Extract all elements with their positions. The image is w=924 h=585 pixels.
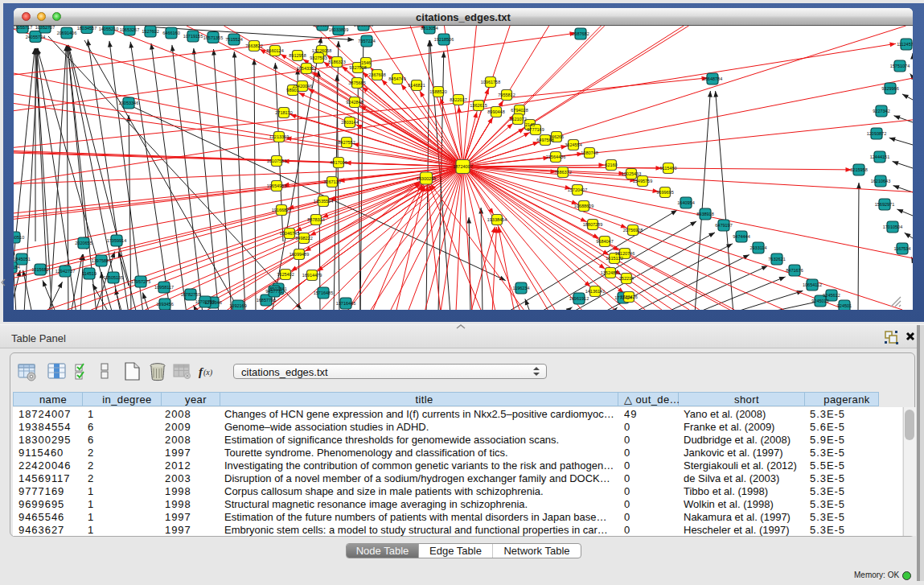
svg-text:1092169: 1092169	[229, 303, 246, 308]
svg-text:924501: 924501	[837, 303, 852, 308]
svg-text:6466160: 6466160	[162, 31, 179, 35]
svg-text:10961758: 10961758	[481, 80, 500, 84]
svg-text:17010504: 17010504	[883, 225, 902, 229]
svg-text:8813054: 8813054	[421, 26, 437, 31]
svg-text:98901: 98901	[286, 88, 298, 93]
svg-text:10654112: 10654112	[803, 282, 822, 287]
svg-text:24055724: 24055724	[26, 35, 45, 39]
svg-text:7515524: 7515524	[225, 37, 242, 42]
svg-text:19338454: 19338454	[487, 217, 507, 222]
svg-text:16571355: 16571355	[203, 35, 223, 40]
svg-text:3875685: 3875685	[348, 80, 365, 85]
svg-text:12444151: 12444151	[870, 154, 889, 159]
svg-text:9474444: 9474444	[733, 234, 749, 239]
svg-text:9327508: 9327508	[349, 65, 366, 70]
svg-text:3267130: 3267130	[323, 179, 340, 184]
svg-text:13975887: 13975887	[92, 258, 111, 263]
svg-text:1093456: 1093456	[156, 302, 173, 307]
svg-text:3215958: 3215958	[850, 167, 867, 172]
svg-text:10688609: 10688609	[574, 204, 593, 208]
svg-text:9329966: 9329966	[881, 86, 898, 91]
svg-text:19218506: 19218506	[434, 37, 454, 42]
svg-text:18300295: 18300295	[417, 176, 436, 181]
svg-text:252214: 252214	[619, 276, 634, 281]
svg-text:10025433: 10025433	[622, 171, 641, 176]
svg-text:16914479: 16914479	[302, 273, 322, 278]
svg-text:1845051: 1845051	[14, 257, 31, 262]
svg-text:23055717: 23055717	[14, 26, 32, 30]
svg-text:2718170: 2718170	[275, 110, 292, 115]
svg-text:11124571: 11124571	[897, 42, 913, 47]
svg-text:15720407: 15720407	[568, 187, 587, 192]
svg-text:1362615: 1362615	[470, 103, 487, 108]
svg-text:18724007: 18724007	[453, 164, 472, 169]
svg-text:9327503: 9327503	[310, 56, 326, 60]
svg-text:1640954: 1640954	[677, 200, 694, 205]
svg-text:16857795: 16857795	[257, 298, 276, 303]
svg-text:19654983: 19654983	[267, 183, 286, 188]
svg-text:16648784: 16648784	[703, 76, 722, 81]
svg-text:1167534: 1167534	[893, 246, 910, 251]
svg-text:9245612: 9245612	[823, 293, 840, 298]
svg-text:13524851: 13524851	[601, 270, 620, 275]
svg-text:15751074: 15751074	[890, 64, 910, 68]
svg-text:1546: 1546	[361, 60, 371, 65]
svg-text:8471676: 8471676	[786, 268, 803, 273]
svg-text:(x): (x)	[203, 368, 213, 377]
svg-text:16033810: 16033810	[354, 26, 373, 27]
svg-text:4817006: 4817006	[330, 160, 347, 165]
svg-text:1527602: 1527602	[142, 29, 158, 34]
svg-text:9146821: 9146821	[408, 83, 425, 88]
svg-text:8454749: 8454749	[388, 76, 405, 81]
svg-text:19166827: 19166827	[272, 208, 291, 212]
svg-text:3915184: 3915184	[14, 265, 20, 270]
svg-text:9227342: 9227342	[873, 109, 889, 113]
svg-text:10653267: 10653267	[120, 27, 139, 32]
svg-text:8186323: 8186323	[328, 60, 345, 64]
svg-text:6497568: 6497568	[536, 138, 553, 142]
svg-text:16033809: 16033809	[329, 27, 348, 32]
svg-text:15716485: 15716485	[314, 290, 333, 295]
svg-text:16961912: 16961912	[569, 296, 589, 301]
svg-text:9245012: 9245012	[811, 299, 828, 303]
svg-text:2933114: 2933114	[749, 245, 766, 250]
svg-text:15495759: 15495759	[633, 179, 652, 183]
svg-text:12942737: 12942737	[55, 269, 75, 274]
svg-text:13716445: 13716445	[336, 301, 355, 306]
svg-text:14136141: 14136141	[585, 289, 605, 294]
svg-text:7955812: 7955812	[498, 93, 515, 97]
svg-text:9242848: 9242848	[346, 100, 363, 105]
svg-text:7625402: 7625402	[277, 272, 294, 277]
svg-text:20691406: 20691406	[57, 31, 76, 35]
svg-text:114519: 114519	[82, 271, 97, 276]
svg-text:10352707: 10352707	[35, 26, 55, 30]
svg-text:2020655: 2020655	[75, 241, 92, 245]
svg-text:13226058: 13226058	[312, 48, 331, 53]
svg-text:1733426: 1733426	[620, 295, 637, 299]
svg-text:9777169: 9777169	[527, 127, 544, 132]
svg-text:13535594: 13535594	[314, 199, 333, 204]
svg-text:20756928: 20756928	[623, 228, 643, 233]
svg-text:2087682: 2087682	[572, 31, 589, 36]
svg-text:16782759: 16782759	[181, 292, 200, 297]
svg-text:17359914: 17359914	[107, 238, 126, 243]
svg-text:9684047: 9684047	[596, 239, 613, 244]
svg-text:2367608: 2367608	[368, 72, 385, 77]
svg-text:12213369: 12213369	[269, 134, 289, 139]
svg-text:8990448: 8990448	[487, 109, 504, 114]
svg-text:8427552: 8427552	[338, 140, 355, 145]
svg-text:12093872: 12093872	[867, 131, 886, 136]
svg-text:18034557: 18034557	[77, 26, 97, 31]
svg-text:18807289: 18807289	[583, 222, 602, 227]
svg-text:6479197: 6479197	[715, 223, 732, 228]
svg-text:14055210: 14055210	[99, 27, 118, 31]
svg-text:15692971: 15692971	[875, 202, 894, 207]
svg-text:8322037: 8322037	[450, 97, 466, 102]
svg-text:7886372: 7886372	[554, 170, 571, 175]
svg-text:7663822: 7663822	[245, 43, 262, 48]
svg-text:9498222: 9498222	[295, 236, 312, 241]
svg-text:17957275: 17957275	[131, 279, 150, 284]
svg-text:9115460: 9115460	[659, 166, 676, 171]
svg-text:9699695: 9699695	[656, 190, 673, 195]
svg-text:1215682: 1215682	[31, 267, 48, 272]
